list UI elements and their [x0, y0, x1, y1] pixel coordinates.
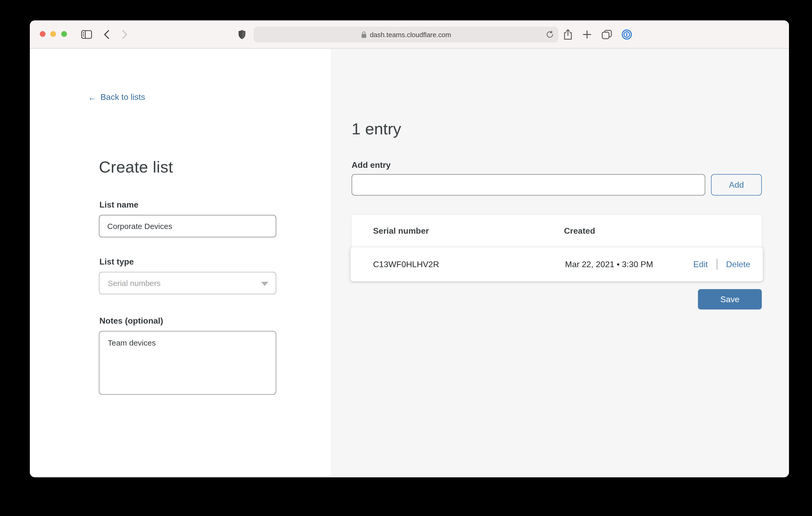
list-type-select[interactable]: Serial numbers: [99, 272, 276, 294]
minimize-window-button[interactable]: [50, 31, 56, 37]
zoom-window-button[interactable]: [61, 31, 67, 37]
notes-textarea[interactable]: Team devices: [99, 331, 276, 395]
create-list-panel: ← Back to lists Create list List name Li…: [30, 49, 331, 477]
actions-divider: [717, 259, 717, 270]
page-title: Create list: [99, 158, 173, 177]
add-entry-label: Add entry: [352, 160, 390, 170]
page-content: ← Back to lists Create list List name Li…: [30, 49, 789, 477]
list-name-input[interactable]: [99, 215, 276, 237]
browser-window: dash.teams.cloudflare.com: [30, 20, 789, 477]
add-entry-row: Add: [352, 174, 762, 195]
privacy-shield-icon[interactable]: [238, 29, 246, 39]
browser-toolbar: dash.teams.cloudflare.com: [30, 20, 789, 49]
forward-button-icon[interactable]: [122, 30, 128, 39]
tab-overview-icon[interactable]: [602, 30, 612, 39]
column-header-created: Created: [564, 226, 749, 236]
close-window-button[interactable]: [40, 31, 46, 37]
cell-serial-number: C13WF0HLHV2R: [373, 260, 565, 269]
entries-panel: 1 entry Add entry Add Serial number Crea…: [331, 49, 789, 477]
chevron-down-icon: [261, 281, 268, 286]
back-button-icon[interactable]: [104, 30, 109, 39]
entries-count-heading: 1 entry: [352, 120, 401, 139]
new-tab-icon[interactable]: [583, 30, 591, 38]
add-button[interactable]: Add: [711, 174, 762, 195]
onepassword-extension-icon[interactable]: [621, 29, 632, 39]
back-arrow-icon: ←: [88, 93, 97, 102]
delete-link[interactable]: Delete: [726, 260, 751, 269]
add-entry-input[interactable]: [352, 174, 705, 195]
table-row: C13WF0HLHV2R Mar 22, 2021 • 3:30 PM Edit…: [351, 247, 763, 281]
row-actions: Edit Delete: [693, 259, 750, 270]
list-name-label: List name: [99, 200, 138, 210]
column-header-serial-number: Serial number: [373, 226, 564, 236]
sidebar-toggle-icon[interactable]: [81, 30, 92, 39]
tls-lock-icon[interactable]: [361, 31, 367, 38]
back-to-lists-label: Back to lists: [100, 93, 145, 102]
edit-link[interactable]: Edit: [693, 260, 707, 269]
table-header-row: Serial number Created: [352, 215, 762, 247]
back-to-lists-link[interactable]: ← Back to lists: [88, 93, 145, 102]
share-icon[interactable]: [563, 29, 572, 40]
save-button[interactable]: Save: [698, 289, 762, 309]
cell-created: Mar 22, 2021 • 3:30 PM: [565, 260, 693, 269]
list-type-label: List type: [99, 257, 134, 267]
notes-label: Notes (optional): [99, 316, 163, 326]
screen: dash.teams.cloudflare.com: [0, 0, 812, 516]
list-type-selected-value: Serial numbers: [108, 279, 161, 287]
reload-icon[interactable]: [546, 30, 554, 39]
url-text: dash.teams.cloudflare.com: [370, 31, 451, 38]
address-bar[interactable]: dash.teams.cloudflare.com: [254, 27, 558, 42]
entries-table: Serial number Created C13WF0HLHV2R Mar 2…: [352, 215, 762, 281]
